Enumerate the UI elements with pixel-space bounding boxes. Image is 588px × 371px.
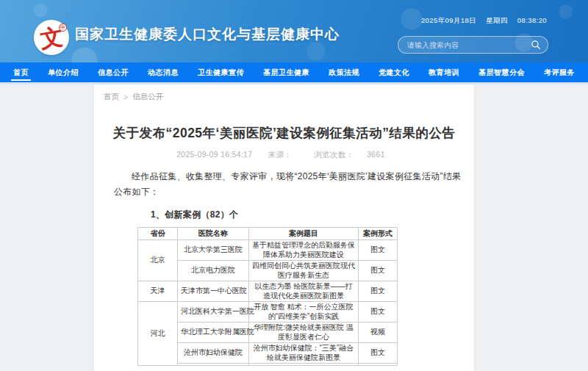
nav-item-党建文化[interactable]: 党建文化 bbox=[378, 62, 410, 82]
format-cell: 图文 bbox=[359, 302, 398, 323]
header-time: 08:38:20 bbox=[517, 16, 547, 26]
views-label: 浏览次数： bbox=[314, 150, 354, 159]
hospital-cell: 沧州市妇幼保健院 bbox=[178, 343, 249, 364]
format-cell: 图文 bbox=[359, 261, 398, 281]
format-cell: 图文 bbox=[359, 281, 398, 302]
nav-item-基层智慧分会[interactable]: 基层智慧分会 bbox=[478, 62, 526, 82]
hospital-cell: 华北理工大学附属医院 bbox=[178, 323, 249, 343]
case-title-cell: 以生态为墨 绘医院新景——打造现代化美丽医院新图景 bbox=[249, 281, 359, 302]
province-cell: 天津 bbox=[138, 281, 178, 302]
nav-item-卫生健康宣传[interactable]: 卫生健康宣传 bbox=[197, 62, 245, 82]
case-title-cell: 开放 智愈 精术：一所公立医院的“四维美学”创新实践 bbox=[249, 302, 359, 323]
province-cell: 河北 bbox=[138, 302, 178, 366]
search-input[interactable] bbox=[407, 41, 531, 49]
site-title: 国家卫生健康委人口文化与基层健康中心 bbox=[75, 25, 340, 44]
hospital-cell: 北京大学第三医院 bbox=[178, 240, 249, 261]
views-count: 3661 bbox=[367, 150, 385, 159]
format-cell: 视频 bbox=[359, 323, 398, 343]
breadcrumb-link[interactable]: 信息公开 bbox=[132, 92, 163, 102]
header-datetime: 2025年09月18日 星期四 08:38:20 bbox=[421, 16, 547, 26]
nav-item-信息公开[interactable]: 信息公开 bbox=[97, 62, 129, 82]
search-icon bbox=[531, 40, 541, 50]
article-meta: 2025-09-09 16:54:17 来源： 浏览次数：3661 bbox=[94, 150, 474, 160]
case-table-body: 北京北京大学第三医院基于精益管理理念的后勤服务保障体系助力美丽医院建设图文北京电… bbox=[138, 240, 398, 366]
hospital-cell: 天津市第一中心医院 bbox=[178, 281, 249, 302]
table-row: 北京北京大学第三医院基于精益管理理念的后勤服务保障体系助力美丽医院建设图文 bbox=[138, 240, 398, 261]
table-row: 河北河北医科大学第一医院开放 智愈 精术：一所公立医院的“四维美学”创新实践图文 bbox=[138, 302, 398, 323]
hospital-cell bbox=[178, 364, 249, 366]
views: 浏览次数：3661 bbox=[307, 150, 392, 159]
hospital-cell: 北京电力医院 bbox=[178, 261, 249, 281]
breadcrumb-separator: > bbox=[123, 93, 128, 101]
nav-item-动态消息[interactable]: 动态消息 bbox=[147, 62, 179, 82]
section-heading: 1、创新案例（82）个 bbox=[151, 209, 474, 221]
site-header: 文 中 国家卫生健康委人口文化与基层健康中心 2025年09月18日 星期四 0… bbox=[0, 0, 588, 62]
nav-item-基层卫生健康[interactable]: 基层卫生健康 bbox=[262, 62, 310, 82]
source-label: 来源： bbox=[268, 150, 292, 159]
format-cell bbox=[359, 364, 398, 366]
case-title-cell bbox=[249, 364, 359, 366]
table-header-cell: 案例形式 bbox=[359, 228, 398, 240]
table-row: 天津天津市第一中心医院以生态为墨 绘医院新景——打造现代化美丽医院新图景图文 bbox=[138, 281, 398, 302]
table-header-row: 省份医院名称案例题目案例形式 bbox=[138, 228, 398, 240]
nav-item-首页[interactable]: 首页 bbox=[12, 62, 29, 82]
nav-item-考评服务[interactable]: 考评服务 bbox=[543, 62, 576, 82]
search-box[interactable] bbox=[398, 36, 548, 54]
header-weekday: 星期四 bbox=[486, 16, 508, 26]
hospital-cell: 河北医科大学第一医院 bbox=[178, 302, 249, 323]
nav-item-单位介绍[interactable]: 单位介绍 bbox=[47, 62, 79, 82]
header-date: 2025年09月18日 bbox=[421, 16, 476, 26]
province-cell: 北京 bbox=[138, 240, 178, 281]
page-title: 关于发布“2025年‘美丽医院’建设案例征集活动”结果的公告 bbox=[94, 124, 474, 142]
case-table: 省份医院名称案例题目案例形式 北京北京大学第三医院基于精益管理理念的后勤服务保障… bbox=[137, 227, 398, 366]
table-header-cell: 案例题目 bbox=[249, 228, 359, 240]
breadcrumb: 首页>信息公开 bbox=[94, 84, 474, 102]
search-button[interactable] bbox=[531, 40, 541, 50]
table-header-cell: 医院名称 bbox=[178, 228, 249, 240]
case-title-cell: 沧州市妇幼保健院：“三美”融合绘就美丽保健院新图景 bbox=[249, 343, 359, 364]
case-title-cell: 华理附院:微笑绘就美丽医院 温度彰显医者仁心 bbox=[249, 323, 359, 343]
content-panel: 首页>信息公开 关于发布“2025年‘美丽医院’建设案例征集活动”结果的公告 2… bbox=[94, 84, 474, 371]
nav-item-教育培训[interactable]: 教育培训 bbox=[428, 62, 460, 82]
main-nav: 首页单位介绍信息公开动态消息卫生健康宣传基层卫生健康政策法规党建文化教育培训基层… bbox=[0, 62, 588, 82]
format-cell: 图文 bbox=[359, 343, 398, 364]
logo-zhong-badge: 中 bbox=[59, 24, 67, 32]
case-title-cell: 四维同创同心共筑美丽医院现代医疗服务新生态 bbox=[249, 261, 359, 281]
case-title-cell: 基于精益管理理念的后勤服务保障体系助力美丽医院建设 bbox=[249, 240, 359, 261]
table-header-cell: 省份 bbox=[138, 228, 178, 240]
publish-time: 2025-09-09 16:54:17 bbox=[176, 150, 252, 159]
article-paragraph: 经作品征集、收集整理、专家评审，现将“2025年‘美丽医院’建设案例征集活动”结… bbox=[114, 169, 464, 200]
breadcrumb-link[interactable]: 首页 bbox=[104, 92, 119, 102]
nav-item-政策法规[interactable]: 政策法规 bbox=[328, 62, 360, 82]
format-cell: 图文 bbox=[359, 240, 398, 261]
site-logo: 文 中 bbox=[34, 20, 69, 55]
